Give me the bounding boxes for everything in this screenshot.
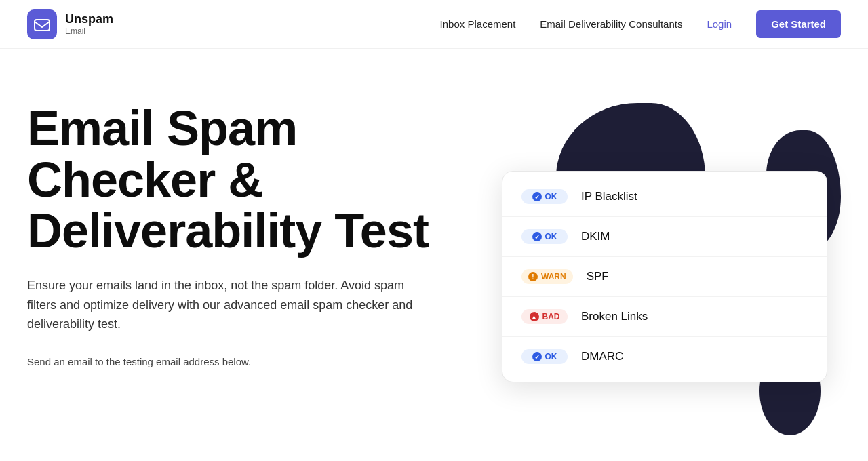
check-label-dkim: DKIM bbox=[581, 230, 610, 243]
check-label-dmarc: DMARC bbox=[581, 350, 623, 363]
badge-label-dkim: OK bbox=[545, 232, 557, 241]
hero-headline: Email Spam Checker & Deliverability Test bbox=[27, 103, 475, 257]
check-row-broken-links: ▲ BAD Broken Links bbox=[502, 297, 827, 337]
hero-cta-text: Send an email to the testing email addre… bbox=[27, 356, 475, 367]
badge-icon-dmarc: ✓ bbox=[532, 352, 542, 361]
nav-email-deliverability[interactable]: Email Deliverability Consultants bbox=[540, 18, 682, 30]
badge-dkim: ✓ OK bbox=[521, 229, 568, 244]
logo-area: Unspam Email bbox=[27, 9, 113, 39]
hero-text: Email Spam Checker & Deliverability Test… bbox=[27, 89, 475, 367]
nav-login[interactable]: Login bbox=[707, 18, 732, 30]
badge-label-ip-blacklist: OK bbox=[545, 192, 557, 201]
check-label-ip-blacklist: IP Blacklist bbox=[581, 190, 637, 203]
check-row-spf: ! WARN SPF bbox=[502, 257, 827, 297]
logo-tagline: Email bbox=[65, 26, 113, 36]
badge-broken-links: ▲ BAD bbox=[521, 309, 568, 324]
check-row-ip-blacklist: ✓ OK IP Blacklist bbox=[502, 177, 827, 217]
badge-icon-dkim: ✓ bbox=[532, 232, 542, 241]
svg-rect-0 bbox=[35, 20, 50, 31]
hero-subheadline: Ensure your emails land in the inbox, no… bbox=[27, 276, 420, 334]
check-label-spf: SPF bbox=[587, 270, 609, 283]
logo-name: Unspam bbox=[65, 12, 113, 27]
badge-label-spf: WARN bbox=[541, 272, 566, 281]
hero-visual: ✓ OK IP Blacklist ✓ OK DKIM ! WARN SPF ▲… bbox=[475, 89, 841, 456]
check-row-dkim: ✓ OK DKIM bbox=[502, 217, 827, 257]
header: Unspam Email Inbox Placement Email Deliv… bbox=[0, 0, 868, 49]
check-results-card: ✓ OK IP Blacklist ✓ OK DKIM ! WARN SPF ▲… bbox=[502, 171, 827, 382]
badge-label-dmarc: OK bbox=[545, 352, 557, 361]
badge-icon-ip-blacklist: ✓ bbox=[532, 192, 542, 201]
check-row-dmarc: ✓ OK DMARC bbox=[502, 337, 827, 376]
badge-ip-blacklist: ✓ OK bbox=[521, 189, 568, 204]
badge-label-broken-links: BAD bbox=[542, 312, 560, 321]
nav-inbox-placement[interactable]: Inbox Placement bbox=[440, 18, 516, 30]
badge-dmarc: ✓ OK bbox=[521, 349, 568, 364]
logo-icon bbox=[27, 9, 57, 39]
badge-icon-spf: ! bbox=[528, 272, 538, 281]
badge-icon-broken-links: ▲ bbox=[530, 312, 539, 321]
logo-text-block: Unspam Email bbox=[65, 12, 113, 37]
main-nav: Inbox Placement Email Deliverability Con… bbox=[440, 10, 841, 38]
check-label-broken-links: Broken Links bbox=[581, 310, 648, 323]
badge-spf: ! WARN bbox=[521, 269, 573, 284]
get-started-button[interactable]: Get Started bbox=[756, 10, 841, 38]
hero-section: Email Spam Checker & Deliverability Test… bbox=[0, 49, 868, 461]
